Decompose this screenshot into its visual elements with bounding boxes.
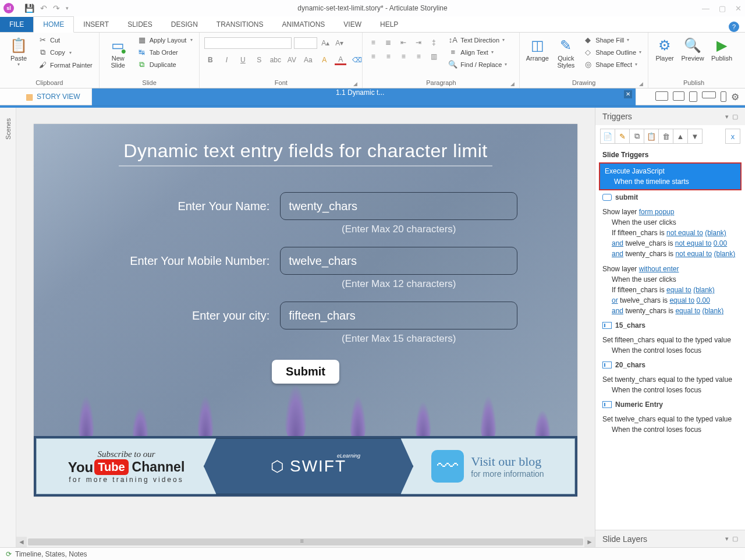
tab-animations[interactable]: ANIMATIONS bbox=[273, 17, 335, 32]
align-center-icon[interactable]: ≡ bbox=[382, 51, 394, 62]
shadow-button[interactable]: S bbox=[253, 55, 265, 65]
and-3[interactable]: and bbox=[612, 307, 623, 315]
align-right-icon[interactable]: ≡ bbox=[398, 51, 409, 62]
panel-detach-icon[interactable]: ▢ bbox=[732, 113, 738, 120]
find-replace-button[interactable]: 🔍Find / Replace▾ bbox=[446, 59, 509, 69]
name-input[interactable]: twenty_chars bbox=[280, 192, 517, 220]
tab-view[interactable]: VIEW bbox=[334, 17, 371, 32]
zero-1[interactable]: 0.00 bbox=[714, 239, 727, 247]
bold-button[interactable]: B bbox=[204, 55, 216, 65]
qat-dropdown-icon[interactable]: ▾ bbox=[66, 5, 69, 11]
font-family-select[interactable] bbox=[204, 37, 292, 49]
layers-detach-icon[interactable]: ▢ bbox=[732, 535, 738, 543]
arrange-button[interactable]: ◫Arrange bbox=[524, 35, 550, 62]
variables-button[interactable]: x bbox=[725, 129, 740, 144]
increase-font-icon[interactable]: A▴ bbox=[320, 38, 331, 48]
city-label[interactable]: Enter your city: bbox=[94, 309, 281, 322]
close-icon[interactable]: ✕ bbox=[735, 4, 742, 13]
banner-swift[interactable]: ⬡ SWIFT eLearning bbox=[204, 438, 413, 494]
object-15-chars[interactable]: 15_chars bbox=[595, 318, 745, 332]
slide-title[interactable]: Dynamic text entry fields for character … bbox=[119, 140, 492, 166]
strike-button[interactable]: abc bbox=[269, 55, 281, 65]
panel-menu-icon[interactable]: ▾ bbox=[725, 113, 729, 120]
object-submit[interactable]: submit bbox=[595, 190, 745, 204]
align-left-icon[interactable]: ≡ bbox=[367, 51, 379, 62]
save-icon[interactable]: 💾 bbox=[24, 3, 34, 13]
slide-tab-close-icon[interactable]: ✕ bbox=[624, 90, 632, 98]
edit-trigger-button[interactable]: ✎ bbox=[615, 129, 630, 144]
delete-trigger-button[interactable]: 🗑 bbox=[658, 129, 673, 144]
cond-eq-1[interactable]: equal to bbox=[666, 286, 691, 294]
tab-slides[interactable]: SLIDES bbox=[118, 17, 162, 32]
tab-transitions[interactable]: TRANSITIONS bbox=[207, 17, 273, 32]
paste-trigger-button[interactable]: 📋 bbox=[644, 129, 659, 144]
banner-blog[interactable]: 〰 Visit our blogfor more information bbox=[400, 438, 575, 494]
copy-button[interactable]: ⧉Copy▾ bbox=[36, 47, 94, 58]
device-phone-portrait-icon[interactable] bbox=[721, 91, 726, 102]
font-color-button[interactable]: A bbox=[335, 55, 346, 65]
blank-3[interactable]: (blank) bbox=[693, 286, 715, 294]
case-button[interactable]: Aa bbox=[302, 55, 314, 65]
publish-button[interactable]: ▶Publish bbox=[709, 35, 735, 62]
underline-button[interactable]: U bbox=[237, 55, 249, 65]
trigger-set-12[interactable]: Set twelve_chars equal to the typed valu… bbox=[595, 412, 745, 437]
trigger-show-form-popup[interactable]: Show layer form popup When the user clic… bbox=[595, 204, 745, 261]
trigger-exec-js[interactable]: Execute JavaScript When the timeline sta… bbox=[599, 162, 742, 190]
banner-youtube[interactable]: Subscribe to our YouTubeChannel for more… bbox=[36, 438, 217, 494]
trigger-set-15[interactable]: Set fifteen_chars equal to the typed val… bbox=[595, 332, 745, 358]
scroll-track[interactable] bbox=[28, 538, 583, 545]
minimize-icon[interactable]: — bbox=[702, 4, 709, 13]
cond-eq-3[interactable]: equal to bbox=[675, 307, 700, 315]
trigger-set-20[interactable]: Set twenty_chars equal to the typed valu… bbox=[595, 372, 745, 398]
story-view-tab[interactable]: ▦STORY VIEW bbox=[17, 88, 88, 105]
text-direction-button[interactable]: ↕AText Direction▾ bbox=[446, 35, 509, 45]
scroll-right-icon[interactable]: ► bbox=[584, 537, 595, 547]
spacing-button[interactable]: AV bbox=[286, 55, 297, 65]
or-1[interactable]: or bbox=[612, 296, 618, 304]
and-2[interactable]: and bbox=[612, 250, 623, 258]
object-numeric-entry[interactable]: Numeric Entry bbox=[595, 398, 745, 412]
cond-neq-3[interactable]: not equal to bbox=[675, 250, 712, 258]
name-label[interactable]: Enter Your Name: bbox=[94, 200, 281, 213]
columns-icon[interactable]: ▥ bbox=[428, 51, 439, 62]
tab-help[interactable]: HELP bbox=[371, 17, 407, 32]
tab-design[interactable]: DESIGN bbox=[162, 17, 207, 32]
font-size-select[interactable] bbox=[294, 37, 317, 49]
duplicate-button[interactable]: ⧉Duplicate bbox=[136, 59, 195, 70]
cond-neq-1[interactable]: not equal to bbox=[666, 229, 703, 237]
device-tablet-portrait-icon[interactable] bbox=[689, 91, 697, 102]
bullets-icon[interactable]: ≡ bbox=[367, 37, 379, 48]
timeline-icon[interactable]: ⟳ bbox=[6, 550, 12, 558]
move-down-button[interactable]: ▼ bbox=[687, 129, 703, 144]
new-slide-button[interactable]: ▭● New Slide bbox=[104, 35, 132, 69]
scenes-sidebar[interactable]: Scenes bbox=[0, 108, 16, 547]
cut-button[interactable]: ✂Cut bbox=[36, 35, 94, 45]
submit-button[interactable]: Submit bbox=[272, 360, 339, 384]
tab-home[interactable]: HOME bbox=[33, 16, 74, 33]
zero-2[interactable]: 0.00 bbox=[696, 296, 709, 304]
shape-outline-button[interactable]: ◇Shape Outline▾ bbox=[581, 47, 643, 57]
device-phone-landscape-icon[interactable] bbox=[702, 91, 716, 98]
timeline-label[interactable]: Timeline, States, Notes bbox=[15, 550, 87, 558]
slide-layers-header[interactable]: Slide Layers ▾▢ bbox=[595, 530, 745, 547]
paste-button[interactable]: 📋 Paste ▾ bbox=[5, 35, 33, 67]
without-enter-link[interactable]: without enter bbox=[639, 265, 679, 273]
decrease-font-icon[interactable]: A▾ bbox=[334, 38, 345, 48]
mobile-input[interactable]: twelve_chars bbox=[280, 247, 517, 275]
copy-trigger-button[interactable]: ⧉ bbox=[629, 129, 644, 144]
layers-menu-icon[interactable]: ▾ bbox=[725, 535, 729, 543]
numbering-icon[interactable]: ≣ bbox=[382, 37, 394, 48]
apply-layout-button[interactable]: ▦Apply Layout▾ bbox=[136, 35, 195, 45]
settings-gear-icon[interactable]: ⚙ bbox=[731, 91, 739, 102]
preview-button[interactable]: 🔍Preview bbox=[680, 35, 705, 62]
trigger-show-without-enter[interactable]: Show layer without enter When the user c… bbox=[595, 261, 745, 318]
shape-effect-button[interactable]: ◎Shape Effect▾ bbox=[581, 59, 643, 69]
blank-4[interactable]: (blank) bbox=[702, 307, 723, 315]
indent-inc-icon[interactable]: ⇥ bbox=[413, 37, 424, 48]
cond-eq-2[interactable]: equal to bbox=[669, 296, 694, 304]
line-spacing-icon[interactable]: ‡ bbox=[428, 37, 439, 48]
help-icon[interactable]: ? bbox=[729, 22, 739, 32]
redo-icon[interactable]: ↷ bbox=[53, 3, 60, 13]
highlight-button[interactable]: A bbox=[318, 55, 330, 65]
slide-canvas[interactable]: Dynamic text entry fields for character … bbox=[34, 124, 577, 497]
